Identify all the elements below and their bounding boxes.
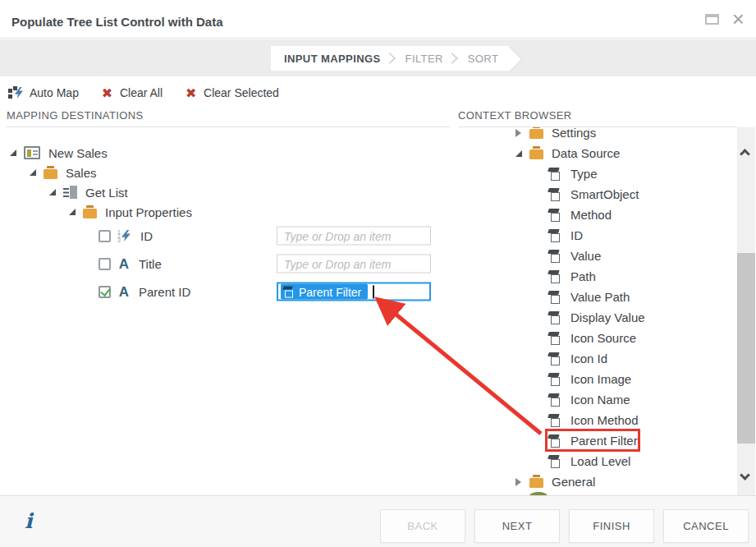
folder-icon [529, 478, 543, 488]
context-item-general[interactable]: General [458, 471, 737, 492]
dialog-footer: i BACKNEXTFINISHCANCEL [0, 495, 756, 547]
context-item-parent-filter[interactable]: Parent Filter [458, 430, 737, 451]
context-item-label: Icon Name [570, 393, 630, 407]
maximize-icon[interactable] [705, 14, 719, 25]
next-button[interactable]: NEXT [474, 509, 560, 543]
auto-map-icon [8, 86, 24, 99]
context-item-label: Icon Id [570, 352, 607, 365]
populate-tree-list-dialog: Populate Tree List Control with Data × I… [0, 0, 756, 547]
wizard-step-sort[interactable]: SORT [468, 53, 498, 65]
wizard-steps: INPUT MAPPINGSFILTERSORT [271, 46, 510, 71]
context-browser-scrollbar[interactable] [737, 127, 755, 495]
mapping-row-parent-id: Parent IDParent Filter [7, 278, 450, 306]
context-item-display-value[interactable]: Display Value [458, 307, 737, 328]
property-icon [548, 310, 562, 324]
view-icon [24, 146, 40, 159]
tree-node-get-list[interactable]: Get List [7, 182, 450, 202]
cancel-button[interactable]: CANCEL [663, 509, 749, 543]
context-item-type[interactable]: Type [458, 163, 737, 184]
input-placeholder: Type or Drop an item [284, 257, 391, 270]
property-icon [548, 290, 562, 304]
context-browser-header: CONTEXT BROWSER [458, 109, 737, 127]
mapping-input-id[interactable]: Type or Drop an item [277, 227, 431, 246]
context-item-method[interactable]: Method [458, 205, 737, 225]
mapping-input-parent-id[interactable]: Parent Filter [277, 283, 431, 301]
mapping-row-title: TitleType or Drop an item [7, 250, 450, 278]
context-item-icon-id[interactable]: Icon Id [458, 348, 737, 369]
method-icon [63, 186, 77, 199]
mapping-destinations-tree: New SalesSalesGet ListInput Properties [7, 143, 450, 222]
auto-map-button[interactable]: Auto Map [8, 86, 79, 99]
property-icon [283, 286, 295, 297]
property-icon [548, 228, 562, 242]
finish-button[interactable]: FINISH [569, 509, 654, 543]
context-item-value[interactable]: Value [458, 246, 737, 266]
collapse-icon[interactable] [515, 150, 522, 157]
tree-node-label: New Sales [48, 146, 108, 160]
autonumber-icon [117, 229, 132, 242]
collapse-icon[interactable] [69, 209, 76, 215]
context-item-icon-source[interactable]: Icon Source [458, 328, 737, 348]
property-icon [548, 187, 562, 201]
context-item-label: Data Source [552, 146, 620, 160]
folder-icon [529, 149, 543, 159]
context-item-id[interactable]: ID [458, 225, 737, 246]
context-item-icon-method[interactable]: Icon Method [458, 410, 737, 430]
tree-node-label: Input Properties [105, 205, 192, 219]
context-item-data-source[interactable]: Data Source [458, 143, 737, 163]
checkbox-checked[interactable] [99, 286, 111, 298]
context-item-label: Load Level [570, 454, 630, 468]
folder-icon [83, 209, 97, 218]
context-item-smartobject[interactable]: SmartObject [458, 184, 737, 205]
context-item-load-level[interactable]: Load Level [458, 451, 737, 471]
context-item-label: Method [570, 208, 612, 222]
collapse-icon[interactable] [49, 189, 56, 195]
context-item-icon-name[interactable]: Icon Name [458, 389, 737, 410]
context-item-label: Value Path [570, 290, 630, 304]
input-placeholder: Type or Drop an item [284, 229, 391, 242]
clear-all-button[interactable]: Clear All [100, 86, 163, 100]
scroll-down-icon[interactable] [740, 470, 750, 480]
context-item-icon-image[interactable]: Icon Image [458, 369, 737, 389]
scroll-up-icon[interactable] [740, 149, 750, 159]
property-icon [548, 454, 562, 468]
close-icon[interactable]: × [732, 14, 745, 25]
clear-selected-button[interactable]: Clear Selected [184, 86, 279, 100]
context-item-value-path[interactable]: Value Path [458, 287, 737, 307]
mapped-token-chip[interactable]: Parent Filter [281, 284, 368, 300]
text-icon [117, 257, 131, 271]
checkbox-unchecked[interactable] [99, 258, 111, 270]
wizard-step-filter[interactable]: FILTER [405, 53, 443, 65]
property-icon [548, 331, 562, 345]
mapping-input-title[interactable]: Type or Drop an item [277, 255, 431, 274]
info-icon[interactable]: i [25, 509, 33, 533]
auto-map-label: Auto Map [30, 86, 79, 99]
property-icon [548, 372, 562, 386]
wizard-step-input-mappings[interactable]: INPUT MAPPINGS [284, 53, 381, 65]
context-item-path[interactable]: Path [458, 266, 737, 287]
mapping-destinations-header: MAPPING DESTINATIONS [7, 109, 450, 127]
context-item-label: Path [570, 269, 596, 283]
tree-node-input-properties[interactable]: Input Properties [7, 202, 450, 222]
highlight-red-box [545, 429, 640, 452]
clear-all-label: Clear All [120, 86, 163, 99]
context-item-label: SmartObject [570, 187, 639, 201]
tree-node-sales[interactable]: Sales [7, 163, 450, 182]
window-controls: × [705, 14, 745, 25]
checkbox-unchecked[interactable] [99, 230, 111, 242]
property-icon [548, 249, 562, 263]
collapse-icon[interactable] [30, 169, 36, 176]
tree-node-new-sales[interactable]: New Sales [7, 143, 450, 163]
tree-node-label: Get List [85, 186, 128, 200]
token-label: Parent Filter [299, 285, 361, 298]
context-browser-tree: SettingsData SourceTypeSmartObjectMethod… [458, 122, 737, 492]
expand-icon[interactable] [515, 129, 521, 137]
mapping-toolbar: Auto Map Clear All Clear Selected [0, 76, 756, 109]
expand-icon[interactable] [515, 478, 521, 486]
context-item-label: Type [570, 167, 598, 181]
collapse-icon[interactable] [10, 149, 16, 156]
clear-all-icon [100, 86, 114, 100]
mapping-destinations-panel: MAPPING DESTINATIONS New SalesSalesGet L… [7, 109, 450, 306]
back-button[interactable]: BACK [380, 509, 465, 543]
scrollbar-thumb[interactable] [737, 253, 755, 444]
